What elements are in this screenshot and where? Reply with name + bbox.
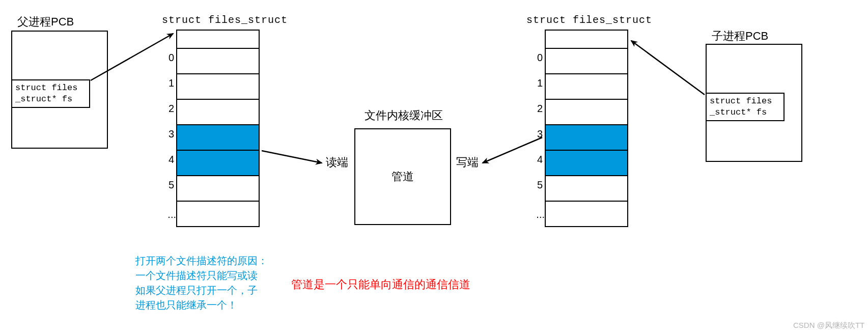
fd-row-right-6 — [546, 202, 627, 227]
buffer-title: 文件内核缓冲区 — [365, 108, 443, 123]
note-blue: 打开两个文件描述符的原因：一个文件描述符只能写或读如果父进程只打开一个，子进程也… — [135, 254, 268, 313]
fd-row-right-5 — [546, 176, 627, 202]
read-end-label: 读端 — [326, 155, 348, 170]
fd-idx-r-5: 5 — [527, 179, 543, 191]
fd-idx-r-0: 0 — [527, 52, 543, 64]
fd-idx-l-1: 1 — [159, 77, 174, 89]
fd-idx-l-3: 3 — [159, 128, 174, 140]
fd-idx-r-6: ... — [524, 209, 545, 220]
fd-row-right-2 — [546, 100, 627, 125]
fd-idx-l-5: 5 — [159, 179, 174, 191]
fd-idx-r-4: 4 — [527, 154, 543, 165]
fd-row-right-4 — [546, 151, 627, 176]
fd-row-left-1 — [177, 74, 259, 100]
watermark: CSDN @风继续吹TT — [793, 321, 864, 330]
child-pcb-field: struct files_struct* fs — [706, 93, 785, 121]
fd-row-left-3 — [177, 125, 259, 151]
parent-pcb-box: struct files_struct* fs — [11, 31, 108, 149]
fd-idx-l-4: 4 — [159, 154, 174, 165]
fd-row-right-0 — [546, 49, 627, 74]
fd-row-left-4 — [177, 151, 259, 176]
fd-idx-r-3: 3 — [527, 128, 543, 140]
files-struct-right-title: struct files_struct — [526, 14, 652, 26]
write-end-label: 写端 — [456, 155, 479, 170]
files-struct-left-title: struct files_struct — [162, 14, 288, 26]
fd-row-right-1 — [546, 74, 627, 100]
fd-row-left-6 — [177, 202, 259, 227]
fd-table-left — [176, 30, 260, 227]
svg-line-1 — [262, 151, 322, 163]
fd-row-right-3 — [546, 125, 627, 151]
fd-row-left-blank — [177, 31, 259, 49]
fd-idx-r-2: 2 — [527, 103, 543, 115]
child-pcb-box: struct files_struct* fs — [706, 44, 802, 162]
fd-row-left-0 — [177, 49, 259, 74]
svg-line-3 — [631, 41, 705, 95]
fd-table-right — [545, 30, 628, 227]
parent-pcb-field: struct files_struct* fs — [11, 79, 90, 108]
child-pcb-title: 子进程PCB — [712, 29, 768, 44]
fd-row-left-5 — [177, 176, 259, 202]
fd-row-left-2 — [177, 100, 259, 125]
fd-idx-l-6: ... — [156, 209, 176, 220]
note-red: 管道是一个只能单向通信的通信信道 — [291, 277, 470, 292]
pipe-box: 管道 — [354, 128, 451, 225]
fd-idx-l-0: 0 — [159, 52, 174, 64]
parent-pcb-title: 父进程PCB — [17, 14, 74, 30]
fd-idx-l-2: 2 — [159, 103, 174, 115]
fd-idx-r-1: 1 — [527, 77, 543, 89]
pipe-label: 管道 — [391, 169, 414, 184]
fd-row-right-blank — [546, 31, 627, 49]
